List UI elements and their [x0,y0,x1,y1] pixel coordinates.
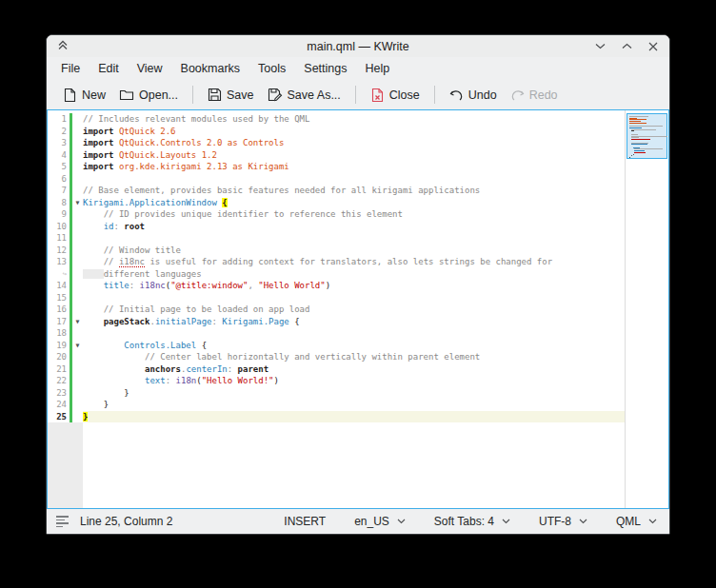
code-text[interactable]: } [83,387,625,400]
fold-column [72,280,83,292]
fold-column [72,185,83,197]
fold-arrow-icon[interactable]: ▼ [72,340,83,352]
encoding-selector[interactable]: UTF-8 [539,515,587,528]
code-text[interactable]: } [83,399,625,411]
code-line: 10 id: root [48,221,625,233]
code-text[interactable]: Controls.Label { [83,340,625,352]
floppy-save-icon [208,88,222,102]
menu-item-bookmarks[interactable]: Bookmarks [175,59,247,78]
code-line: 17▼ pageStack.initialPage: Kirigami.Page… [48,316,625,328]
code-line: 15 [48,292,625,304]
code-text[interactable] [83,327,625,340]
dictionary-selector[interactable]: en_US [354,515,406,528]
fold-column [72,245,83,257]
fold-arrow-icon[interactable]: ▼ [72,316,83,328]
code-text[interactable]: import org.kde.kirigami 2.13 as Kirigami [83,161,625,173]
code-text[interactable]: } [83,411,625,423]
save-as-button[interactable]: Save As... [261,84,348,106]
fold-column [72,268,83,281]
code-text[interactable]: text: i18n("Hello World!") [83,375,625,387]
line-number: 16 [48,304,70,316]
menu-item-help[interactable]: Help [359,59,395,78]
code-text[interactable]: id: root [83,221,625,233]
chevron-down-icon [648,519,657,524]
new-document-icon [63,88,77,103]
code-line: 7// Base element, provides basic feature… [48,185,625,197]
code-line: 1// Includes relevant modules used by th… [48,113,625,126]
code-text[interactable]: pageStack.initialPage: Kirigami.Page { [83,316,625,328]
code-text[interactable]: Kirigami.ApplicationWindow { [83,197,625,209]
fold-column [72,137,83,149]
toolbar: New Open... Save [47,80,669,109]
fold-column [72,363,83,376]
menu-item-view[interactable]: View [131,59,169,78]
fold-column [72,208,83,221]
open-button[interactable]: Open... [112,84,185,106]
code-text[interactable]: anchors.centerIn: parent [83,363,625,376]
line-number: 24 [48,399,70,411]
code-text[interactable]: import QtQuick.Controls 2.0 as Controls [83,137,625,149]
line-number: 9 [48,208,70,221]
code-text[interactable]: // Window title [83,245,625,257]
code-area[interactable]: 1// Includes relevant modules used by th… [48,110,625,508]
redo-icon [510,88,525,102]
window-title: main.qml — KWrite [47,40,669,53]
code-line: 5import org.kde.kirigami 2.13 as Kirigam… [48,161,625,173]
tab-mode-selector[interactable]: Soft Tabs: 4 [434,515,510,528]
code-line: 21 anchors.centerIn: parent [48,363,625,376]
code-text[interactable]: title: i18nc("@title:window", "Hello Wor… [83,280,625,292]
fold-column [72,411,83,423]
close-document-button[interactable]: Close [364,84,427,107]
menu-item-settings[interactable]: Settings [298,59,352,78]
maximize-icon[interactable] [620,40,633,53]
kwrite-window: main.qml — KWrite FileEditViewBookmarksT… [46,34,670,535]
minimap-viewport[interactable] [626,113,667,159]
code-text[interactable]: // ID provides unique identifier to refe… [83,208,625,221]
save-button[interactable]: Save [201,84,261,106]
titlebar[interactable]: main.qml — KWrite [47,35,669,57]
fold-column [72,387,83,400]
code-text[interactable]: // Initial page to be loaded on app load [83,304,625,316]
new-button[interactable]: New [56,84,112,107]
line-settings-icon[interactable] [56,516,69,527]
double-chevron-up-icon[interactable] [56,38,70,51]
close-icon[interactable] [646,40,660,53]
editor-view[interactable]: 1// Includes relevant modules used by th… [47,109,669,509]
line-number: 5 [48,161,70,173]
code-text[interactable]: // Center label horizontally and vertica… [83,351,625,363]
line-number: 2 [48,126,70,138]
cursor-position[interactable]: Line 25, Column 2 [80,515,172,528]
minimap-scrollbar[interactable] [625,110,668,508]
menu-item-file[interactable]: File [55,59,86,78]
code-text[interactable]: // Base element, provides basic features… [83,185,625,197]
close-document-icon [370,88,385,103]
syntax-selector[interactable]: QML [616,515,657,528]
code-text[interactable]: import QtQuick 2.6 [83,126,625,138]
code-line: 14 title: i18nc("@title:window", "Hello … [48,280,625,292]
statusbar: Line 25, Column 2 INSERT en_US Soft Tabs… [47,509,669,534]
minimize-icon[interactable] [593,40,607,53]
toolbar-separator [192,86,193,104]
menu-item-tools[interactable]: Tools [252,59,291,78]
code-text[interactable] [83,173,625,186]
undo-button[interactable]: Undo [443,85,504,106]
code-text[interactable]: // i18nc is useful for adding context fo… [83,256,625,268]
code-text[interactable]: import QtQuick.Layouts 1.2 [83,149,625,162]
code-line: 12 // Window title [48,245,625,257]
menu-item-edit[interactable]: Edit [92,59,125,78]
code-text[interactable]: different languages [83,268,625,281]
toolbar-separator [434,86,435,104]
line-number: 20 [48,351,70,363]
code-line: 24 } [48,399,625,411]
menubar: FileEditViewBookmarksToolsSettingsHelp [47,57,669,80]
code-line: 22 text: i18n("Hello World!") [48,375,625,387]
input-mode[interactable]: INSERT [284,515,326,528]
fold-column [72,221,83,233]
code-text[interactable] [83,292,625,304]
fold-column [72,399,83,411]
code-text[interactable]: // Includes relevant modules used by the… [83,113,625,126]
code-line: 6 [48,173,625,186]
code-line: 3import QtQuick.Controls 2.0 as Controls [48,137,625,149]
fold-arrow-icon[interactable]: ▼ [72,197,83,209]
code-text[interactable] [83,232,625,245]
